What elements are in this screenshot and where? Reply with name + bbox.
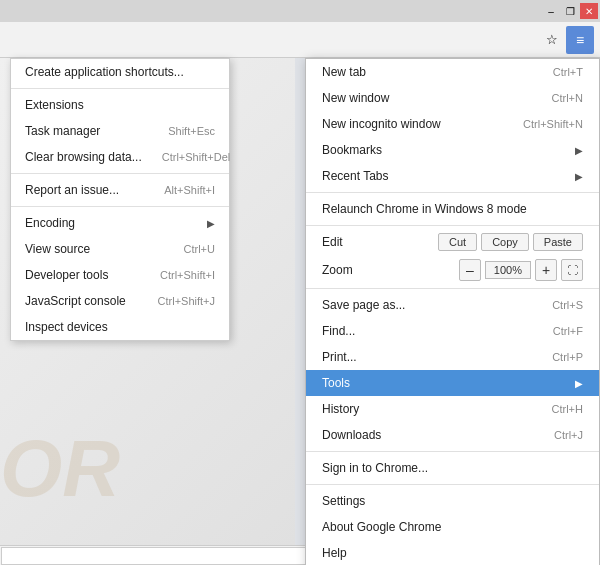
submenu-item-developer-tools[interactable]: Developer tools Ctrl+Shift+I [11,262,229,288]
menu-divider-5 [306,484,599,485]
restore-button[interactable]: ❐ [561,3,579,19]
zoom-value: 100% [485,261,531,279]
menu-divider-4 [306,451,599,452]
menu-item-settings[interactable]: Settings [306,488,599,514]
submenu-item-inspect-devices[interactable]: Inspect devices [11,314,229,340]
zoom-fullscreen-button[interactable]: ⛶ [561,259,583,281]
main-dropdown-menu: New tab Ctrl+T New window Ctrl+N New inc… [305,58,600,565]
submenu-item-create-shortcuts[interactable]: Create application shortcuts... [11,59,229,85]
submenu-item-task-manager[interactable]: Task manager Shift+Esc [11,118,229,144]
minimize-button[interactable]: – [542,3,560,19]
menu-item-new-incognito[interactable]: New incognito window Ctrl+Shift+N [306,111,599,137]
copy-button[interactable]: Copy [481,233,529,251]
submenu-divider-1 [11,88,229,89]
menu-item-about[interactable]: About Google Chrome [306,514,599,540]
menu-item-find[interactable]: Find... Ctrl+F [306,318,599,344]
submenu-item-encoding[interactable]: Encoding ▶ [11,210,229,236]
submenu-divider-3 [11,206,229,207]
menu-divider-3 [306,288,599,289]
zoom-row: Zoom – 100% + ⛶ [306,255,599,285]
menu-item-recent-tabs[interactable]: Recent Tabs ▶ [306,163,599,189]
edit-row: Edit Cut Copy Paste [306,229,599,255]
submenu-item-report-issue[interactable]: Report an issue... Alt+Shift+I [11,177,229,203]
zoom-minus-button[interactable]: – [459,259,481,281]
edit-label: Edit [322,235,343,249]
cut-button[interactable]: Cut [438,233,477,251]
close-button[interactable]: ✕ [580,3,598,19]
menu-item-save-page[interactable]: Save page as... Ctrl+S [306,292,599,318]
submenu-item-js-console[interactable]: JavaScript console Ctrl+Shift+J [11,288,229,314]
zoom-controls: – 100% + ⛶ [459,259,583,281]
zoom-label: Zoom [322,263,353,277]
menu-item-relaunch[interactable]: Relaunch Chrome in Windows 8 mode [306,196,599,222]
menu-divider-1 [306,192,599,193]
watermark-text: OR [0,423,120,515]
menu-divider-2 [306,225,599,226]
submenu-item-clear-browsing[interactable]: Clear browsing data... Ctrl+Shift+Del [11,144,229,170]
menu-item-new-window[interactable]: New window Ctrl+N [306,85,599,111]
submenu-item-view-source[interactable]: View source Ctrl+U [11,236,229,262]
tools-submenu: Create application shortcuts... Extensio… [10,58,230,341]
toolbar: ☆ ≡ [0,22,600,58]
browser-window: – ❐ ✕ ☆ ≡ 🔒 SECURE Hacker Proof 🚫 100% F… [0,0,600,565]
submenu-item-extensions[interactable]: Extensions [11,92,229,118]
menu-item-new-tab[interactable]: New tab Ctrl+T [306,59,599,85]
menu-item-downloads[interactable]: Downloads Ctrl+J [306,422,599,448]
menu-item-bookmarks[interactable]: Bookmarks ▶ [306,137,599,163]
edit-buttons: Cut Copy Paste [438,233,583,251]
menu-item-help[interactable]: Help [306,540,599,565]
bookmark-star-icon[interactable]: ☆ [538,26,566,54]
title-bar: – ❐ ✕ [0,0,600,22]
paste-button[interactable]: Paste [533,233,583,251]
chrome-menu-icon[interactable]: ≡ [566,26,594,54]
menu-item-sign-in[interactable]: Sign in to Chrome... [306,455,599,481]
menu-item-print[interactable]: Print... Ctrl+P [306,344,599,370]
menu-item-tools[interactable]: Tools ▶ [306,370,599,396]
menu-item-history[interactable]: History Ctrl+H [306,396,599,422]
zoom-plus-button[interactable]: + [535,259,557,281]
submenu-divider-2 [11,173,229,174]
